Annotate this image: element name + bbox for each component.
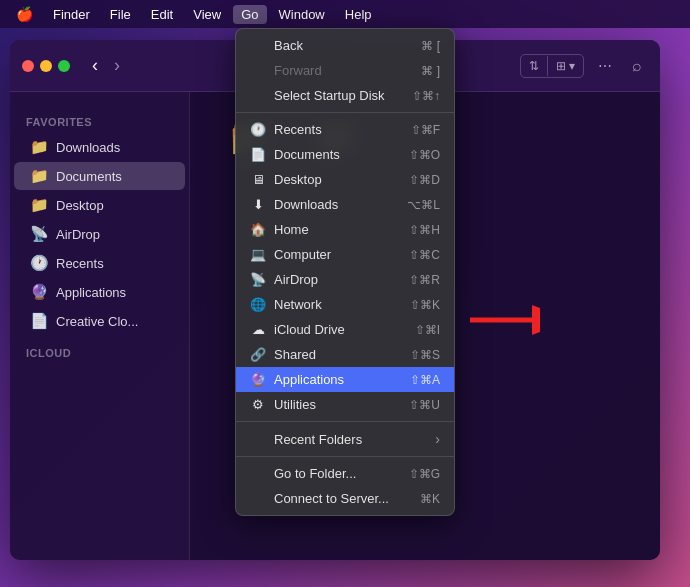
sidebar-item-applications[interactable]: 🔮 Applications (14, 278, 185, 306)
fullscreen-button[interactable] (58, 60, 70, 72)
home-menu-shortcut: ⇧⌘H (409, 223, 440, 237)
menu-item-applications[interactable]: 🔮 Applications ⇧⌘A (236, 367, 454, 392)
divider-3 (236, 456, 454, 457)
menu-item-computer[interactable]: 💻 Computer ⇧⌘C (236, 242, 454, 267)
menu-item-airdrop[interactable]: 📡 AirDrop ⇧⌘R (236, 267, 454, 292)
back-button[interactable]: ‹ (86, 53, 104, 78)
search-button[interactable]: ⌕ (626, 53, 648, 79)
desktop-icon: 📁 (30, 196, 48, 214)
menu-item-shared[interactable]: 🔗 Shared ⇧⌘S (236, 342, 454, 367)
menu-item-network[interactable]: 🌐 Network ⇧⌘K (236, 292, 454, 317)
applications-icon: 🔮 (30, 283, 48, 301)
utilities-menu-icon: ⚙ (250, 397, 266, 412)
airdrop-menu-label: AirDrop (274, 272, 318, 287)
apple-menu[interactable]: 🍎 (8, 6, 41, 22)
downloads-menu-label: Downloads (274, 197, 338, 212)
airdrop-menu-icon: 📡 (250, 272, 266, 287)
downloads-menu-shortcut: ⌥⌘L (407, 198, 440, 212)
traffic-lights (22, 60, 70, 72)
computer-menu-label: Computer (274, 247, 331, 262)
sidebar-item-creative-cloud[interactable]: 📄 Creative Clo... (14, 307, 185, 335)
view-controls: ⇅ ⊞ ▾ (520, 54, 584, 78)
menu-item-back[interactable]: Back ⌘ [ (236, 33, 454, 58)
view-toggle-button[interactable]: ⇅ (521, 55, 547, 77)
sidebar-item-downloads[interactable]: 📁 Downloads (14, 133, 185, 161)
menu-item-documents[interactable]: 📄 Documents ⇧⌘O (236, 142, 454, 167)
desktop-menu-shortcut: ⇧⌘D (409, 173, 440, 187)
sidebar-item-creative-cloud-label: Creative Clo... (56, 314, 138, 329)
menu-item-downloads[interactable]: ⬇ Downloads ⌥⌘L (236, 192, 454, 217)
go-menu: Back ⌘ [ Forward ⌘ ] Select Startup Disk… (235, 28, 455, 516)
menu-item-utilities[interactable]: ⚙ Utilities ⇧⌘U (236, 392, 454, 417)
home-menu-icon: 🏠 (250, 222, 266, 237)
menu-finder[interactable]: Finder (45, 5, 98, 24)
menu-item-desktop[interactable]: 🖥 Desktop ⇧⌘D (236, 167, 454, 192)
divider-1 (236, 112, 454, 113)
menu-go[interactable]: Go (233, 5, 266, 24)
menu-edit[interactable]: Edit (143, 5, 181, 24)
sidebar-item-recents[interactable]: 🕐 Recents (14, 249, 185, 277)
sidebar-item-documents[interactable]: 📁 Documents (14, 162, 185, 190)
menu-bar: 🍎 Finder File Edit View Go Window Help (0, 0, 690, 28)
menu-item-go-to-folder[interactable]: Go to Folder... ⇧⌘G (236, 461, 454, 486)
go-to-folder-shortcut: ⇧⌘G (409, 467, 440, 481)
menu-item-recents[interactable]: 🕐 Recents ⇧⌘F (236, 117, 454, 142)
favorites-label: Favorites (10, 112, 189, 132)
computer-menu-icon: 💻 (250, 247, 266, 262)
menu-item-icloud-drive[interactable]: ☁ iCloud Drive ⇧⌘I (236, 317, 454, 342)
grid-view-button[interactable]: ⊞ ▾ (548, 55, 583, 77)
applications-menu-icon: 🔮 (250, 372, 266, 387)
back-shortcut: ⌘ [ (421, 39, 440, 53)
documents-menu-label: Documents (274, 147, 340, 162)
computer-menu-shortcut: ⇧⌘C (409, 248, 440, 262)
shared-menu-icon: 🔗 (250, 347, 266, 362)
applications-menu-label: Applications (274, 372, 344, 387)
utilities-menu-label: Utilities (274, 397, 316, 412)
creative-cloud-icon: 📄 (30, 312, 48, 330)
sidebar-item-desktop[interactable]: 📁 Desktop (14, 191, 185, 219)
menu-window[interactable]: Window (271, 5, 333, 24)
minimize-button[interactable] (40, 60, 52, 72)
downloads-menu-icon: ⬇ (250, 197, 266, 212)
connect-server-label: Connect to Server... (274, 491, 389, 506)
back-label: Back (274, 38, 303, 53)
icloud-drive-menu-shortcut: ⇧⌘I (415, 323, 440, 337)
menu-item-home[interactable]: 🏠 Home ⇧⌘H (236, 217, 454, 242)
toolbar-right: ⇅ ⊞ ▾ ⋯ ⌕ (520, 53, 648, 79)
utilities-menu-shortcut: ⇧⌘U (409, 398, 440, 412)
menu-item-recent-folders[interactable]: Recent Folders (236, 426, 454, 452)
menu-item-connect-server[interactable]: Connect to Server... ⌘K (236, 486, 454, 511)
menu-view[interactable]: View (185, 5, 229, 24)
desktop-menu-icon: 🖥 (250, 172, 266, 187)
sidebar-item-airdrop-label: AirDrop (56, 227, 100, 242)
documents-icon: 📁 (30, 167, 48, 185)
sidebar-item-airdrop[interactable]: 📡 AirDrop (14, 220, 185, 248)
airdrop-menu-shortcut: ⇧⌘R (409, 273, 440, 287)
menu-help[interactable]: Help (337, 5, 380, 24)
documents-menu-icon: 📄 (250, 147, 266, 162)
divider-2 (236, 421, 454, 422)
sidebar: Favorites 📁 Downloads 📁 Documents 📁 Desk… (10, 92, 190, 560)
menu-item-startup-disk[interactable]: Select Startup Disk ⇧⌘↑ (236, 83, 454, 108)
icloud-label: iCloud (10, 343, 189, 363)
sidebar-item-downloads-label: Downloads (56, 140, 120, 155)
forward-button[interactable]: › (108, 53, 126, 78)
menu-item-forward[interactable]: Forward ⌘ ] (236, 58, 454, 83)
icloud-drive-menu-label: iCloud Drive (274, 322, 345, 337)
icloud-drive-menu-icon: ☁ (250, 322, 266, 337)
menu-file[interactable]: File (102, 5, 139, 24)
recents-menu-icon: 🕐 (250, 122, 266, 137)
close-button[interactable] (22, 60, 34, 72)
recent-folders-label: Recent Folders (274, 432, 362, 447)
shared-menu-label: Shared (274, 347, 316, 362)
go-to-folder-label: Go to Folder... (274, 466, 356, 481)
recents-icon: 🕐 (30, 254, 48, 272)
applications-menu-shortcut: ⇧⌘A (410, 373, 440, 387)
sidebar-item-documents-label: Documents (56, 169, 122, 184)
recents-menu-label: Recents (274, 122, 322, 137)
downloads-icon: 📁 (30, 138, 48, 156)
startup-disk-label: Select Startup Disk (274, 88, 385, 103)
network-menu-shortcut: ⇧⌘K (410, 298, 440, 312)
recents-menu-shortcut: ⇧⌘F (411, 123, 440, 137)
more-options-button[interactable]: ⋯ (592, 54, 618, 78)
